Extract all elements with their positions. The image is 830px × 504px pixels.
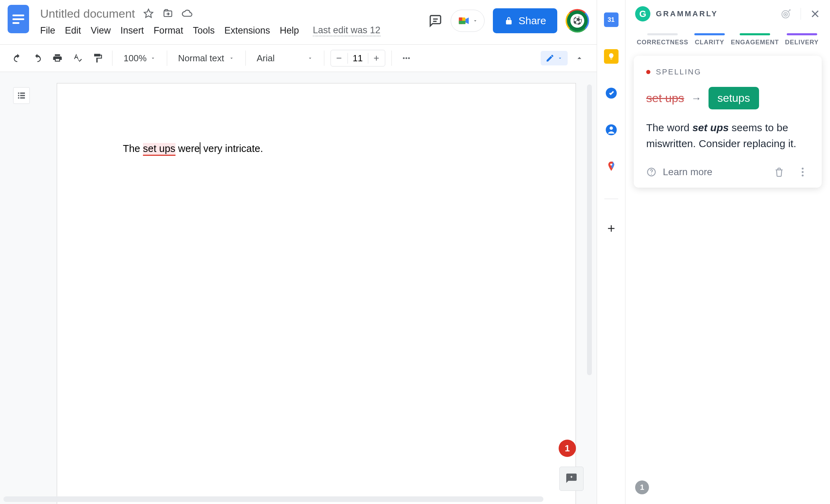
print-button[interactable]: [49, 50, 66, 66]
increase-font-button[interactable]: +: [368, 50, 385, 66]
svg-rect-13: [18, 95, 19, 96]
caret-down-icon: [472, 18, 478, 24]
svg-rect-15: [18, 97, 19, 99]
meet-button[interactable]: [451, 10, 485, 32]
style-value: Normal text: [178, 53, 224, 64]
user-avatar[interactable]: ⚽: [566, 9, 589, 33]
more-options-icon[interactable]: [796, 165, 809, 179]
tab-correctness[interactable]: CORRECTNESS: [637, 33, 688, 46]
editing-mode-dropdown[interactable]: [541, 51, 568, 65]
doc-text-error[interactable]: set ups: [143, 143, 175, 156]
grammarly-footer-count[interactable]: 1: [635, 480, 649, 494]
menu-view[interactable]: View: [91, 25, 111, 36]
redo-button[interactable]: [29, 50, 46, 66]
side-panel-divider: [604, 199, 618, 199]
category-dot-icon: [646, 70, 650, 74]
menu-insert[interactable]: Insert: [120, 25, 144, 36]
last-edit-link[interactable]: Last edit was 12: [313, 25, 380, 36]
svg-rect-11: [18, 92, 19, 94]
menu-help[interactable]: Help: [280, 25, 299, 36]
accept-suggestion-button[interactable]: setups: [709, 87, 759, 109]
calendar-app-icon[interactable]: 31: [604, 12, 619, 27]
comments-icon[interactable]: [428, 14, 442, 28]
docs-logo-icon: [12, 12, 24, 26]
dismiss-icon[interactable]: [773, 165, 786, 179]
move-icon[interactable]: [162, 8, 174, 19]
undo-button[interactable]: [9, 50, 26, 66]
svg-point-9: [405, 57, 407, 59]
toolbar: 100% Normal text Arial − 11 +: [0, 44, 597, 72]
font-value: Arial: [257, 53, 275, 64]
font-dropdown[interactable]: Arial: [252, 50, 318, 66]
svg-point-20: [610, 164, 612, 166]
separator: [112, 51, 112, 66]
tasks-app-icon[interactable]: [604, 86, 619, 100]
svg-point-28: [802, 168, 804, 170]
outline-toggle-button[interactable]: [13, 87, 30, 104]
svg-rect-6: [459, 21, 466, 24]
horizontal-scrollbar[interactable]: [3, 496, 543, 502]
spellcheck-button[interactable]: [69, 50, 86, 66]
paragraph-style-dropdown[interactable]: Normal text: [173, 50, 239, 66]
svg-point-10: [408, 57, 410, 59]
tab-delivery[interactable]: DELIVERY: [785, 33, 819, 46]
menu-tools[interactable]: Tools: [193, 25, 215, 36]
document-title[interactable]: Untitled document: [40, 7, 135, 20]
keep-app-icon[interactable]: [604, 49, 619, 64]
decrease-font-button[interactable]: −: [331, 50, 348, 66]
contacts-app-icon[interactable]: [604, 123, 619, 137]
title-block: Untitled document File Edit View Insert …: [40, 5, 428, 36]
tab-engagement[interactable]: ENGAGEMENT: [731, 33, 779, 46]
cloud-status-icon[interactable]: [181, 8, 193, 19]
document-canvas: The set ups were very intricate. 1: [0, 72, 597, 504]
collapse-toolbar-button[interactable]: [571, 50, 588, 66]
side-panel: 31: [597, 0, 625, 504]
menu-extensions[interactable]: Extensions: [224, 25, 270, 36]
svg-point-23: [785, 14, 786, 15]
share-button[interactable]: Share: [493, 8, 557, 33]
tab-clarity[interactable]: CLARITY: [694, 33, 725, 46]
svg-rect-16: [20, 97, 25, 99]
font-size-value[interactable]: 11: [348, 53, 368, 64]
add-app-button[interactable]: [604, 221, 619, 236]
zoom-value: 100%: [124, 53, 147, 64]
grammarly-panel: G GRAMMARLY CORRECTNESS CLARITY ENGAGEME…: [625, 0, 830, 504]
svg-point-30: [802, 174, 804, 177]
svg-marker-0: [144, 9, 153, 18]
menu-file[interactable]: File: [40, 25, 55, 36]
grammarly-count-badge[interactable]: 1: [559, 440, 576, 457]
share-label: Share: [518, 15, 546, 27]
font-size-control: − 11 +: [331, 50, 385, 66]
docs-logo[interactable]: [8, 5, 29, 33]
header-right: Share ⚽: [428, 5, 589, 33]
more-toolbar-button[interactable]: [398, 50, 415, 66]
svg-point-19: [610, 127, 613, 130]
grammarly-brand: GRAMMARLY: [656, 9, 718, 18]
separator: [245, 51, 246, 66]
maps-app-icon[interactable]: [604, 159, 619, 174]
document-page[interactable]: The set ups were very intricate.: [57, 83, 576, 504]
svg-point-27: [651, 174, 652, 175]
suggestion-card: SPELLING set ups → setups The word set u…: [634, 56, 822, 188]
explore-button[interactable]: [559, 467, 584, 491]
help-icon[interactable]: [646, 167, 657, 177]
learn-more-link[interactable]: Learn more: [663, 166, 712, 178]
zoom-dropdown[interactable]: 100%: [119, 50, 161, 66]
toolbar-right: [541, 50, 588, 66]
star-icon[interactable]: [143, 8, 154, 19]
avatar-icon: ⚽: [570, 14, 584, 28]
header: Untitled document File Edit View Insert …: [0, 0, 597, 44]
suggestion-description: The word set ups seems to be miswritten.…: [646, 120, 809, 152]
calendar-day: 31: [607, 16, 614, 24]
goals-icon[interactable]: [781, 8, 792, 19]
menu-edit[interactable]: Edit: [65, 25, 81, 36]
close-icon[interactable]: [810, 9, 820, 19]
suggestion-category: SPELLING: [656, 68, 702, 76]
menu-format[interactable]: Format: [154, 25, 183, 36]
grammarly-header: G GRAMMARLY: [625, 0, 830, 28]
svg-rect-14: [20, 95, 25, 96]
paint-format-button[interactable]: [89, 50, 106, 66]
vertical-scrollbar[interactable]: [587, 84, 592, 375]
separator: [324, 51, 324, 66]
svg-marker-7: [466, 18, 469, 24]
